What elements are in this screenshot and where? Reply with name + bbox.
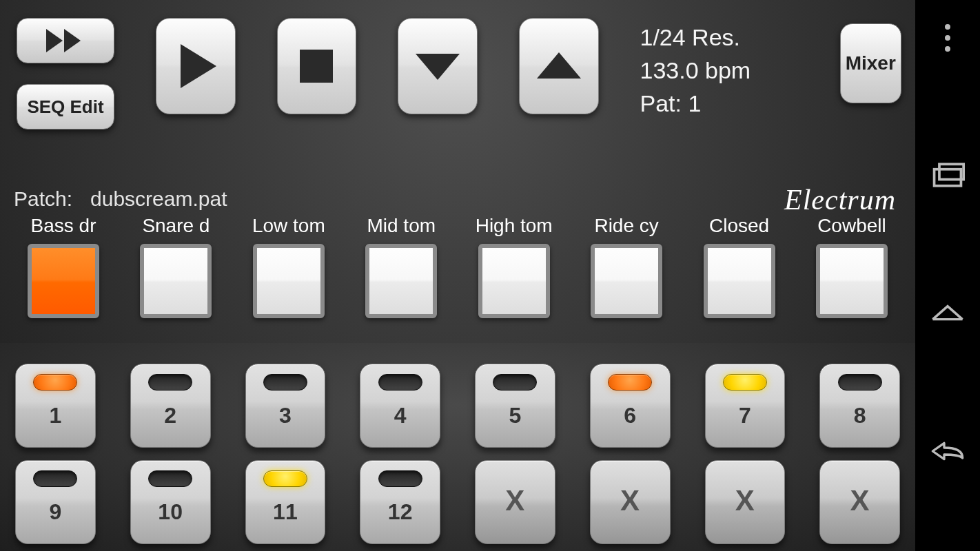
up-button[interactable] xyxy=(519,18,599,114)
step-11[interactable]: 11 xyxy=(245,460,326,544)
chevron-up-icon xyxy=(531,39,586,94)
step-led xyxy=(263,374,307,391)
pattern-text: Pat: 1 xyxy=(640,87,778,120)
info-panel: 1/24 Res. 133.0 bpm Pat: 1 xyxy=(640,18,778,120)
instruments-row: Bass drSnare dLow tomMid tomHigh tomRide… xyxy=(0,215,915,318)
instrument-label: Closed xyxy=(709,215,769,237)
step-13: X xyxy=(475,460,555,544)
instrument-pad[interactable] xyxy=(140,244,212,318)
instrument-label: High tom xyxy=(476,215,553,237)
instrument-label: Low tom xyxy=(252,215,325,237)
small-button-stack: SEQ Edit xyxy=(17,18,114,129)
svg-point-7 xyxy=(945,24,950,30)
back-icon[interactable] xyxy=(930,434,965,468)
step-number: 8 xyxy=(854,403,866,428)
step-number: 1 xyxy=(49,403,61,428)
step-disabled-label: X xyxy=(850,484,870,517)
fast-forward-button[interactable] xyxy=(17,18,114,63)
instrument-pad[interactable] xyxy=(365,244,437,318)
svg-rect-4 xyxy=(300,50,333,83)
step-number: 7 xyxy=(739,403,751,428)
step-5[interactable]: 5 xyxy=(475,364,555,448)
instrument-pad[interactable] xyxy=(478,244,550,318)
step-led xyxy=(838,374,882,391)
svg-marker-5 xyxy=(416,54,460,80)
step-2[interactable]: 2 xyxy=(130,364,211,448)
svg-point-9 xyxy=(945,46,950,52)
instrument-2: Low tom xyxy=(241,215,337,318)
patch-name: dubscream.pat xyxy=(90,187,227,211)
step-12[interactable]: 12 xyxy=(360,460,440,544)
sequencer-grid: 123456789101112XXXX xyxy=(0,343,915,544)
step-led xyxy=(378,374,422,391)
fast-forward-icon xyxy=(46,29,85,52)
instrument-3: Mid tom xyxy=(353,215,449,318)
instrument-1: Snare d xyxy=(127,215,224,318)
step-led xyxy=(148,374,192,391)
transport-row: SEQ Edit 1/24 Res. 133.0 bpm xyxy=(0,0,915,129)
play-button[interactable] xyxy=(156,18,236,114)
svg-marker-0 xyxy=(46,29,63,52)
sequencer-area: 123456789101112XXXX xyxy=(0,343,915,551)
instrument-pad[interactable] xyxy=(591,244,662,318)
svg-marker-6 xyxy=(537,52,581,79)
instrument-pad[interactable] xyxy=(28,244,99,318)
step-8[interactable]: 8 xyxy=(819,364,900,448)
instrument-label: Snare d xyxy=(142,215,210,237)
step-number: 5 xyxy=(509,403,521,428)
step-7[interactable]: 7 xyxy=(705,364,786,448)
step-led xyxy=(33,374,77,391)
recent-apps-icon[interactable] xyxy=(930,158,965,193)
instrument-label: Ride cy xyxy=(594,215,658,237)
step-number: 11 xyxy=(273,499,298,525)
chevron-down-icon xyxy=(410,39,465,94)
instrument-pad[interactable] xyxy=(816,244,888,318)
step-number: 3 xyxy=(279,403,292,428)
step-number: 2 xyxy=(164,403,176,428)
android-navbar xyxy=(915,0,980,551)
step-number: 12 xyxy=(388,499,413,525)
step-10[interactable]: 10 xyxy=(130,460,211,544)
instrument-pad[interactable] xyxy=(253,244,325,318)
step-led xyxy=(33,470,77,487)
resolution-text: 1/24 Res. xyxy=(640,21,778,54)
step-led xyxy=(723,374,767,391)
svg-marker-2 xyxy=(181,44,216,88)
instrument-label: Cowbell xyxy=(817,215,886,237)
step-16: X xyxy=(819,460,900,544)
down-button[interactable] xyxy=(398,18,478,114)
step-3[interactable]: 3 xyxy=(245,364,326,448)
instrument-label: Mid tom xyxy=(367,215,436,237)
step-led xyxy=(493,374,537,391)
step-led xyxy=(263,470,307,487)
step-disabled-label: X xyxy=(735,484,755,517)
svg-point-8 xyxy=(945,35,950,41)
instrument-6: Closed xyxy=(691,215,788,318)
instrument-label: Bass dr xyxy=(31,215,96,237)
step-disabled-label: X xyxy=(620,484,640,517)
svg-marker-1 xyxy=(64,29,81,52)
step-9[interactable]: 9 xyxy=(15,460,96,544)
step-4[interactable]: 4 xyxy=(360,364,440,448)
step-6[interactable]: 6 xyxy=(590,364,671,448)
stop-icon xyxy=(289,39,344,94)
mixer-button[interactable]: Mixer xyxy=(840,23,902,103)
patch-row: Patch: dubscream.pat Electrum xyxy=(14,187,901,211)
step-15: X xyxy=(705,460,786,544)
instrument-pad[interactable] xyxy=(704,244,775,318)
home-icon[interactable] xyxy=(930,296,965,331)
seq-edit-button[interactable]: SEQ Edit xyxy=(17,84,114,129)
play-icon xyxy=(168,39,223,94)
step-disabled-label: X xyxy=(505,484,524,517)
step-number: 10 xyxy=(158,499,183,525)
overflow-menu-icon[interactable] xyxy=(930,21,965,55)
step-led xyxy=(378,470,422,487)
step-led xyxy=(608,374,652,391)
patch-label: Patch: xyxy=(14,187,72,211)
instrument-4: High tom xyxy=(466,215,562,318)
stop-button[interactable] xyxy=(277,18,357,114)
instrument-5: Ride cy xyxy=(578,215,675,318)
bpm-text: 133.0 bpm xyxy=(640,54,778,87)
step-led xyxy=(148,470,192,487)
step-1[interactable]: 1 xyxy=(15,364,96,448)
